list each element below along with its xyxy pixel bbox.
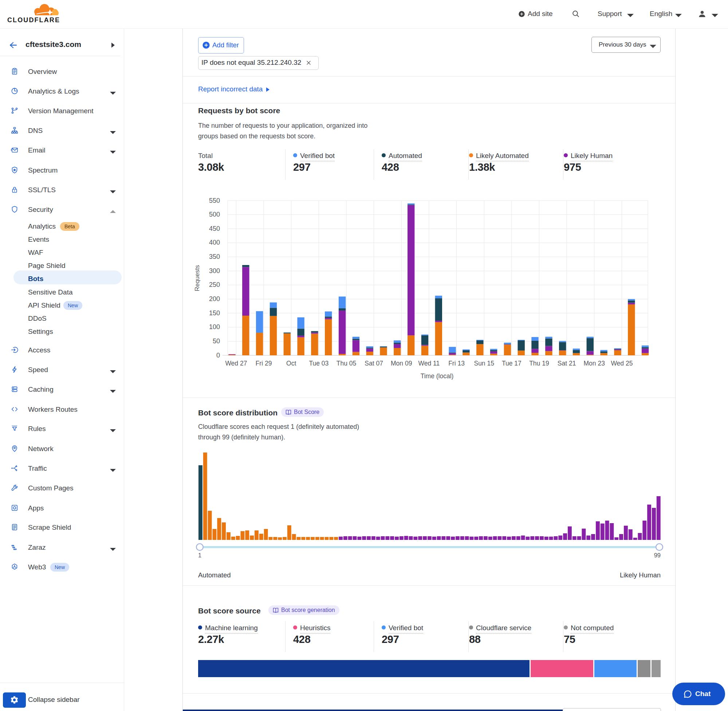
svg-text:500: 500 <box>209 211 220 218</box>
svg-text:400: 400 <box>209 239 220 246</box>
svg-text:0: 0 <box>216 352 220 359</box>
svg-text:Wed 11: Wed 11 <box>418 360 440 367</box>
svg-text:50: 50 <box>213 338 220 345</box>
svg-text:Wed 25: Wed 25 <box>611 360 633 367</box>
svg-text:200: 200 <box>209 295 220 302</box>
svg-text:Wed 27: Wed 27 <box>225 360 247 367</box>
svg-text:1: 1 <box>198 552 201 559</box>
svg-text:100: 100 <box>209 323 220 330</box>
svg-text:350: 350 <box>209 253 220 260</box>
svg-text:Mon 23: Mon 23 <box>584 360 605 367</box>
svg-text:300: 300 <box>209 267 220 274</box>
svg-text:Oct: Oct <box>286 360 296 367</box>
svg-text:Tue 03: Tue 03 <box>309 360 328 367</box>
svg-text:450: 450 <box>209 225 220 232</box>
svg-text:Sat 07: Sat 07 <box>365 360 383 367</box>
svg-text:Time (local): Time (local) <box>421 372 454 380</box>
svg-text:99: 99 <box>654 552 661 559</box>
svg-text:150: 150 <box>209 310 220 317</box>
svg-text:250: 250 <box>209 281 220 288</box>
svg-text:Sat 21: Sat 21 <box>558 360 576 367</box>
svg-text:550: 550 <box>209 197 220 204</box>
svg-text:Likely Human: Likely Human <box>620 571 661 579</box>
svg-text:Requests: Requests <box>194 265 201 291</box>
svg-text:Thu 19: Thu 19 <box>529 360 549 367</box>
svg-text:Mon 09: Mon 09 <box>391 360 412 367</box>
svg-text:Thu 05: Thu 05 <box>337 360 356 367</box>
svg-text:Automated: Automated <box>198 571 230 579</box>
svg-text:Tue 17: Tue 17 <box>502 360 521 367</box>
svg-text:Fri 29: Fri 29 <box>255 360 272 367</box>
svg-text:Fri 13: Fri 13 <box>448 360 465 367</box>
svg-text:Sun 15: Sun 15 <box>474 360 494 367</box>
